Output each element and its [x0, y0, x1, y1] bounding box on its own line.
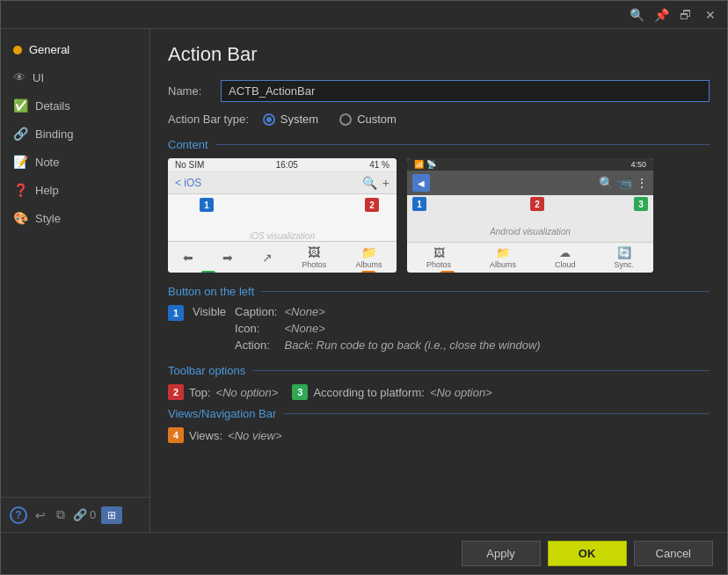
- ios-photos-label: Photos: [302, 260, 326, 269]
- help-circle-button[interactable]: ?: [10, 506, 27, 524]
- ios-tab-albums: 📁 Albums: [355, 245, 382, 269]
- eye-icon: 👁: [13, 70, 25, 84]
- history-button[interactable]: ↩: [33, 506, 48, 525]
- visible-label: Visible: [193, 305, 226, 318]
- icon-value: <None>: [284, 322, 540, 335]
- ok-button[interactable]: OK: [548, 541, 627, 566]
- copy-button[interactable]: ⧉: [54, 505, 68, 525]
- android-preview: 📶 📡 4:50 ◀ 🔍 📹 ⋮ 1: [407, 158, 653, 273]
- ios-nav-right: 🔍 +: [362, 176, 389, 190]
- top-value: <No option>: [216, 386, 279, 399]
- ios-battery: 41 %: [369, 160, 389, 170]
- ios-no-sim: No SIM: [175, 160, 204, 170]
- sidebar-item-general[interactable]: General: [1, 36, 149, 63]
- node-count-button[interactable]: 🔗 0: [73, 508, 96, 521]
- apply-button[interactable]: Apply: [462, 541, 541, 566]
- sidebar-item-note[interactable]: 📝 Note: [1, 148, 149, 176]
- props-table: Caption: <None> Icon: <None> Action: Bac…: [235, 305, 541, 352]
- name-input[interactable]: [221, 80, 710, 102]
- sidebar-item-style[interactable]: 🎨 Style: [1, 204, 149, 232]
- according-label: According to platform:: [313, 386, 424, 399]
- caption-key: Caption:: [235, 305, 277, 318]
- radio-system-circle: [263, 113, 275, 126]
- title-bar-controls: 🔍 📌 🗗 ✕: [627, 5, 720, 25]
- ios-toolbar: ⬅ ➡ ↗ 🖼 Photos 📁: [168, 241, 397, 273]
- bottom-bar: Apply OK Cancel: [1, 532, 727, 574]
- android-back-icon: ◀: [412, 174, 430, 192]
- android-watermark: Android visualization: [407, 227, 653, 237]
- sidebar-item-binding[interactable]: 🔗 Binding: [1, 120, 149, 148]
- toolbar-badge-3: 3: [292, 384, 308, 400]
- ios-tab-share: ↗: [262, 251, 273, 265]
- sidebar: General 👁 UI ✅ Details 🔗 Binding 📝 Note: [1, 29, 150, 532]
- toolbar-options-label: Toolbar options: [168, 364, 245, 377]
- android-badge-4: 4: [440, 271, 455, 273]
- button-left-section-content: 1 Visible Caption: <None> Icon: <None> A…: [168, 305, 710, 352]
- main-window: 🔍 📌 🗗 ✕ General 👁 UI ✅ Details: [0, 0, 728, 575]
- sidebar-item-help[interactable]: ❓ Help: [1, 176, 149, 204]
- sidebar-item-label: Note: [35, 156, 59, 169]
- restore-button[interactable]: 🗗: [676, 5, 695, 25]
- android-nav-bar: ◀ 🔍 📹 ⋮: [407, 171, 653, 195]
- radio-group: System Custom: [263, 113, 397, 126]
- views-badge-4: 4: [168, 427, 184, 443]
- sidebar-item-label: Details: [35, 99, 70, 113]
- close-button[interactable]: ✕: [701, 5, 720, 25]
- sidebar-item-details[interactable]: ✅ Details: [1, 91, 149, 120]
- sidebar-item-label: Style: [35, 212, 61, 225]
- sidebar-item-label: General: [29, 43, 69, 56]
- android-icons: 📶 📡: [414, 160, 436, 169]
- node-count: 0: [90, 508, 96, 521]
- caption-value: <None>: [284, 305, 540, 318]
- android-photos-label: Photos: [426, 260, 451, 269]
- ios-badge-3: 3: [201, 271, 215, 273]
- link-icon: 🔗: [13, 127, 28, 141]
- main-content: Action Bar Name: Action Bar type: System: [150, 29, 727, 532]
- views-value: <No view>: [228, 429, 281, 442]
- android-badge-3: 3: [634, 197, 648, 211]
- ios-badge-4: 4: [361, 271, 375, 273]
- title-bar: 🔍 📌 🗗 ✕: [1, 1, 727, 29]
- button-left-section-label: Button on the left: [168, 285, 254, 298]
- add-nav-icon: +: [382, 176, 389, 190]
- search-button[interactable]: 🔍: [627, 5, 646, 25]
- cancel-button[interactable]: Cancel: [634, 541, 713, 566]
- content-section-label: Content: [168, 138, 208, 151]
- sidebar-item-label: UI: [33, 71, 44, 84]
- ios-albums-label: Albums: [355, 260, 382, 269]
- sidebar-nav: General 👁 UI ✅ Details 🔗 Binding 📝 Note: [1, 29, 149, 232]
- general-indicator: [13, 46, 22, 55]
- view-mode-button[interactable]: ⊞: [101, 506, 122, 524]
- android-tab-albums: 📁 Albums: [490, 246, 516, 269]
- ios-tab-photos: 🖼 Photos: [302, 245, 326, 269]
- pin-button[interactable]: 📌: [652, 5, 671, 25]
- views-label: Views:: [189, 429, 222, 442]
- name-field-row: Name:: [168, 80, 710, 102]
- ios-status-bar: No SIM 16:05 41 %: [168, 158, 397, 172]
- android-cloud-label: Cloud: [555, 260, 576, 269]
- check-circle-icon: ✅: [13, 98, 28, 113]
- android-nav-right: 🔍 📹 ⋮: [599, 176, 648, 190]
- radio-custom[interactable]: Custom: [339, 113, 397, 126]
- ios-tab-back: ⬅: [183, 251, 193, 265]
- android-albums-label: Albums: [490, 260, 516, 269]
- ios-badge-1: 1: [200, 198, 214, 212]
- more-android-icon: ⋮: [636, 176, 648, 190]
- android-tab-sync: 🔄 Sync.: [614, 246, 634, 269]
- radio-system[interactable]: System: [263, 113, 318, 126]
- android-sync-label: Sync.: [614, 260, 634, 269]
- sidebar-bottom: ? ↩ ⧉ 🔗 0 ⊞: [1, 497, 149, 532]
- note-icon: 📝: [13, 155, 28, 169]
- icon-key: Icon:: [235, 322, 277, 335]
- android-badge-2: 2: [530, 197, 544, 211]
- ios-watermark: iOS visualization: [168, 231, 397, 241]
- page-title: Action Bar: [168, 43, 710, 66]
- node-icon: 🔗: [73, 508, 87, 521]
- top-label: Top:: [189, 386, 211, 399]
- radio-system-label: System: [280, 113, 318, 126]
- radio-custom-label: Custom: [357, 113, 397, 126]
- sidebar-item-ui[interactable]: 👁 UI: [1, 63, 149, 91]
- android-tabs: 🖼 Photos 📁 Albums ☁ Cloud 🔄: [407, 242, 653, 273]
- top-option-group: 2 Top: <No option>: [168, 384, 278, 400]
- button-left-badge: 1: [168, 305, 184, 321]
